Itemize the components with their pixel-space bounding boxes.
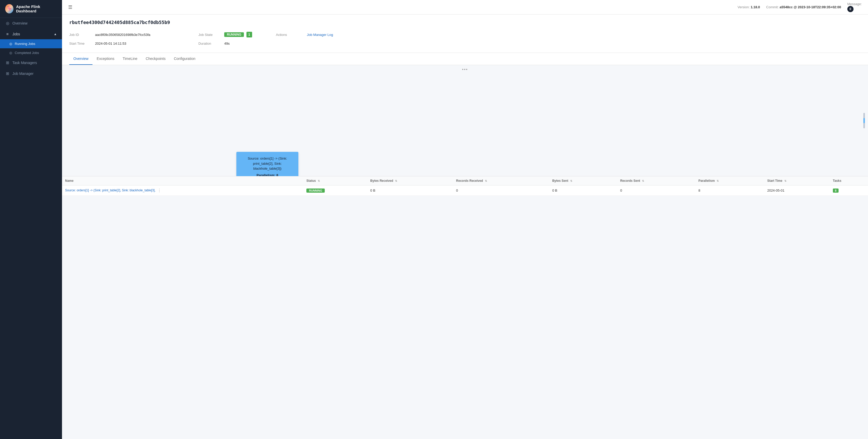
job-state-cell: RUNNING 1 — [224, 30, 276, 39]
sidebar-item-completed-jobs-label: Completed Jobs — [15, 51, 39, 55]
tab-configuration[interactable]: Configuration — [170, 53, 199, 65]
start-time-value: 2024-05-01 14:11:53 — [95, 39, 198, 48]
col-bytes-received[interactable]: Bytes Received ⇅ — [367, 176, 453, 185]
graph-area: ••• Source: orders[1] -> (Sink: print_ta… — [62, 65, 868, 176]
task-managers-icon: ⊞ — [5, 60, 10, 65]
sidebar-item-completed-jobs[interactable]: ◎ Completed Jobs — [0, 48, 62, 57]
sidebar-item-overview-label: Overview — [12, 21, 27, 25]
sidebar-item-overview[interactable]: ◎ Overview — [0, 18, 62, 29]
actions-label: Actions — [276, 30, 307, 39]
tab-timeline[interactable]: TimeLine — [119, 53, 142, 65]
more-dots: ••• — [462, 67, 468, 72]
row-start-time: 2024-05-01 — [764, 185, 830, 196]
sidebar-item-job-manager[interactable]: ⊞ Job Manager — [0, 68, 62, 79]
sidebar-item-task-managers[interactable]: ⊞ Task Managers — [0, 57, 62, 68]
job-detail-header: rbutfee4300d7442405d885ca7bcf0db55b9 Job… — [62, 14, 868, 53]
sidebar-title: Apache Flink Dashboard — [16, 4, 57, 13]
col-name: Name — [62, 176, 303, 185]
tabs-bar: Overview Exceptions TimeLine Checkpoints… — [62, 53, 868, 65]
topbar-right: Version: 1.18.0 Commit: a5548cc @ 2023-1… — [738, 2, 862, 12]
version-value: 1.18.0 — [751, 5, 760, 9]
col-records-sent[interactable]: Records Sent ⇅ — [617, 176, 695, 185]
row-parallelism: 8 — [695, 185, 764, 196]
message-count-badge[interactable]: 0 — [847, 6, 854, 12]
job-id-title: rbutfee4300d7442405d885ca7bcf0db55b9 — [69, 20, 861, 25]
node-parallelism: Parallelism: 8 — [241, 173, 294, 176]
row-name[interactable]: Source: orders[1] -> (Sink: print_table[… — [62, 185, 303, 196]
message-label: Message: — [847, 2, 862, 6]
col-start-time[interactable]: Start Time ⇅ — [764, 176, 830, 185]
job-state-label: Job State — [198, 30, 224, 39]
jobs-icon: ≡ — [5, 32, 10, 36]
version-label: Version: — [738, 5, 750, 9]
row-status-badge: RUNNING — [306, 189, 325, 193]
commit-label: Commit: — [766, 5, 779, 9]
version-info: Version: 1.18.0 — [738, 5, 760, 9]
sidebar-item-task-managers-label: Task Managers — [12, 61, 37, 65]
job-manager-log-cell: Job Manager Log — [307, 30, 861, 39]
row-more-button[interactable]: ⋮ — [156, 188, 162, 193]
row-status: RUNNING — [303, 185, 367, 196]
job-manager-icon: ⊞ — [5, 71, 10, 76]
col-parallelism[interactable]: Parallelism ⇅ — [695, 176, 764, 185]
main-panel: ☰ Version: 1.18.0 Commit: a5548cc @ 2023… — [62, 0, 868, 439]
col-tasks: Tasks — [830, 176, 868, 185]
col-records-received[interactable]: Records Received ⇅ — [453, 176, 549, 185]
duration-value: 49s — [224, 39, 276, 48]
topbar: ☰ Version: 1.18.0 Commit: a5548cc @ 2023… — [62, 0, 868, 14]
bytes-received-sort-icon: ⇅ — [395, 180, 397, 182]
bottom-table: Name Status ⇅ Bytes Received ⇅ Records R… — [62, 176, 868, 196]
running-jobs-icon: ◎ — [9, 42, 12, 46]
status-sort-icon: ⇅ — [318, 180, 320, 182]
sidebar: 🦩 Apache Flink Dashboard ◎ Overview ≡ Jo… — [0, 0, 62, 439]
sidebar-logo: 🦩 — [5, 4, 13, 13]
sidebar-item-jobs[interactable]: ≡ Jobs ▲ — [0, 29, 62, 39]
row-bytes-sent: 0 B — [549, 185, 617, 196]
start-time-sort-icon: ⇅ — [784, 180, 786, 182]
sidebar-header: 🦩 Apache Flink Dashboard — [0, 0, 62, 18]
content-area: rbutfee4300d7442405d885ca7bcf0db55b9 Job… — [62, 14, 868, 439]
chevron-up-icon: ▲ — [54, 32, 57, 36]
job-id-value: aac8f09c350658201698fb3e7fcc53fa — [95, 30, 198, 39]
col-bytes-sent[interactable]: Bytes Sent ⇅ — [549, 176, 617, 185]
node-box[interactable]: Source: orders[1] -> (Sink: print_table[… — [237, 152, 299, 176]
row-bytes-received: 0 B — [367, 185, 453, 196]
parallelism-sort-icon: ⇅ — [717, 180, 719, 182]
tab-overview[interactable]: Overview — [69, 53, 92, 65]
tab-exceptions[interactable]: Exceptions — [92, 53, 118, 65]
topbar-left: ☰ — [68, 4, 72, 10]
job-state-count-badge: 1 — [246, 32, 252, 37]
completed-jobs-icon: ◎ — [9, 51, 12, 55]
job-manager-log-link[interactable]: Job Manager Log — [307, 33, 333, 37]
records-received-sort-icon: ⇅ — [485, 180, 487, 182]
message-info: Message: 0 — [847, 2, 862, 12]
start-time-label: Start Time — [69, 39, 95, 48]
col-status[interactable]: Status ⇅ — [303, 176, 367, 185]
sidebar-item-jobs-label: Jobs — [12, 32, 20, 36]
job-state-badge: RUNNING — [224, 32, 244, 37]
sidebar-item-running-jobs-label: Running Jobs — [15, 42, 35, 46]
records-sent-sort-icon: ⇅ — [642, 180, 644, 182]
tab-checkpoints[interactable]: Checkpoints — [142, 53, 170, 65]
scroll-thumb[interactable] — [863, 118, 865, 123]
duration-label: Duration — [198, 39, 224, 48]
job-meta-table: Job ID aac8f09c350658201698fb3e7fcc53fa … — [69, 30, 861, 48]
row-records-sent: 0 — [617, 185, 695, 196]
overview-icon: ◎ — [5, 21, 10, 26]
row-name-link[interactable]: Source: orders[1] -> (Sink: print_table[… — [65, 189, 156, 192]
job-id-label: Job ID — [69, 30, 95, 39]
commit-info: Commit: a5548cc @ 2023-10-18T22:09:35+02… — [766, 5, 841, 9]
commit-value: a5548cc @ 2023-10-18T22:09:35+02:00 — [780, 5, 841, 9]
tasks-badge: 8 — [833, 189, 839, 193]
hamburger-menu-icon[interactable]: ☰ — [68, 4, 72, 10]
row-records-received: 0 — [453, 185, 549, 196]
table-row: Source: orders[1] -> (Sink: print_table[… — [62, 185, 868, 196]
row-tasks: 8 — [830, 185, 868, 196]
table-body: Source: orders[1] -> (Sink: print_table[… — [62, 185, 868, 196]
bottom-table-area: Name Status ⇅ Bytes Received ⇅ Records R… — [62, 176, 868, 196]
bytes-sent-sort-icon: ⇅ — [570, 180, 572, 182]
sidebar-item-running-jobs[interactable]: ◎ Running Jobs — [0, 39, 62, 48]
parallelism-label: Parallelism: — [256, 173, 275, 176]
sidebar-item-job-manager-label: Job Manager — [12, 71, 34, 76]
node-title: Source: orders[1] -> (Sink: print_table[… — [241, 156, 294, 171]
